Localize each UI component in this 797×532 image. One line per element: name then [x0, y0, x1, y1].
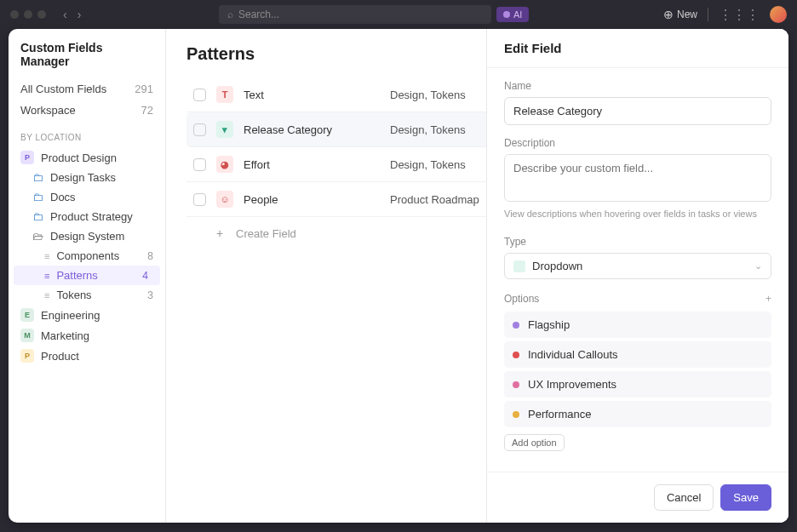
sidebar-all-fields[interactable]: All Custom Fields 291 — [9, 78, 165, 100]
text-field-icon: T — [216, 86, 233, 103]
sidebar-section-label: BY LOCATION — [9, 121, 165, 147]
folder-open-icon: 🗁 — [32, 230, 43, 243]
folder-icon: 🗀 — [32, 210, 43, 223]
description-input[interactable] — [504, 154, 771, 202]
avatar[interactable] — [770, 6, 787, 23]
description-help: View descriptions when hovering over fie… — [504, 209, 771, 219]
ai-button[interactable]: AI — [496, 7, 529, 22]
name-input[interactable] — [504, 97, 771, 125]
plus-icon: + — [212, 226, 227, 241]
nav-arrows: ‹ › — [60, 6, 84, 23]
cancel-button[interactable]: Cancel — [654, 484, 714, 511]
add-option-button[interactable]: Add option — [504, 434, 565, 451]
sidebar: Custom Fields Manager All Custom Fields … — [9, 29, 166, 523]
row-checkbox[interactable] — [193, 89, 206, 101]
new-button[interactable]: New — [663, 8, 697, 21]
sidebar-item-tokens[interactable]: ≡ Tokens 3 — [9, 285, 165, 305]
type-label: Type — [504, 236, 771, 248]
sidebar-item-marketing[interactable]: M Marketing — [9, 325, 165, 346]
option-individual-callouts[interactable]: Individual Callouts — [504, 341, 771, 368]
search-icon: ⌕ — [227, 9, 233, 20]
nav-back-icon[interactable]: ‹ — [60, 6, 71, 23]
options-label: Options — [504, 293, 539, 305]
option-color-dot — [513, 322, 519, 329]
option-flagship[interactable]: Flagship — [504, 312, 771, 338]
sidebar-workspace[interactable]: Workspace 72 — [9, 100, 165, 121]
window-controls — [10, 10, 46, 19]
type-select[interactable]: Dropdown ⌄ — [504, 253, 771, 279]
row-checkbox[interactable] — [193, 123, 206, 136]
description-label: Description — [504, 137, 771, 149]
sidebar-item-components[interactable]: ≡ Components 8 — [9, 246, 165, 266]
save-button[interactable]: Save — [720, 484, 771, 511]
space-badge: E — [20, 308, 34, 322]
edit-panel: Edit Field Name Description View descrip… — [486, 29, 788, 523]
folder-icon: 🗀 — [32, 191, 43, 203]
sidebar-item-patterns[interactable]: ≡ Patterns 4 — [14, 266, 160, 285]
apps-grid-icon[interactable]: ⋮⋮⋮ — [719, 7, 760, 23]
space-badge: P — [20, 151, 34, 164]
add-option-icon[interactable]: + — [765, 293, 771, 305]
options-header: Options + — [504, 293, 771, 305]
panel-body: Name Description View descriptions when … — [487, 68, 788, 472]
people-field-icon: ☺ — [216, 191, 233, 208]
sidebar-title: Custom Fields Manager — [9, 41, 165, 78]
sidebar-item-product[interactable]: P Product — [9, 346, 165, 366]
list-icon: ≡ — [44, 271, 49, 281]
folder-icon: 🗀 — [32, 171, 43, 184]
dropdown-icon — [513, 260, 525, 272]
sidebar-item-engineering[interactable]: E Engineering — [9, 305, 165, 325]
option-color-dot — [513, 411, 519, 418]
panel-footer: Cancel Save — [487, 472, 788, 523]
option-color-dot — [513, 352, 519, 358]
main-window: Custom Fields Manager All Custom Fields … — [9, 29, 788, 523]
option-color-dot — [513, 381, 519, 388]
sidebar-item-docs[interactable]: 🗀 Docs — [9, 187, 165, 207]
option-ux-improvements[interactable]: UX Improvements — [504, 371, 771, 398]
row-checkbox[interactable] — [193, 193, 206, 206]
dropdown-field-icon: ▾ — [216, 121, 233, 138]
option-performance[interactable]: Performance — [504, 401, 771, 427]
list-icon: ≡ — [44, 251, 49, 261]
topbar: ‹ › ⌕ Search... AI New ⋮⋮⋮ — [0, 0, 797, 29]
effort-field-icon: ◕ — [216, 156, 233, 173]
space-badge: P — [20, 349, 34, 363]
sidebar-item-design-tasks[interactable]: 🗀 Design Tasks — [9, 168, 165, 187]
divider — [708, 8, 708, 21]
row-checkbox[interactable] — [193, 158, 206, 171]
topbar-right: New ⋮⋮⋮ — [663, 6, 787, 23]
space-badge: M — [20, 329, 34, 342]
sidebar-item-product-design[interactable]: P Product Design — [9, 147, 165, 168]
list-icon: ≡ — [44, 290, 49, 300]
chevron-down-icon: ⌄ — [754, 260, 762, 272]
nav-forward-icon[interactable]: › — [74, 6, 85, 23]
search-wrap: ⌕ Search... AI — [91, 5, 657, 24]
search-input[interactable]: ⌕ Search... — [219, 5, 491, 24]
sidebar-item-design-system[interactable]: 🗁 Design System — [9, 226, 165, 246]
panel-title: Edit Field — [487, 29, 788, 68]
search-placeholder: Search... — [238, 9, 279, 20]
name-label: Name — [504, 80, 771, 92]
sidebar-item-product-strategy[interactable]: 🗀 Product Strategy — [9, 207, 165, 226]
